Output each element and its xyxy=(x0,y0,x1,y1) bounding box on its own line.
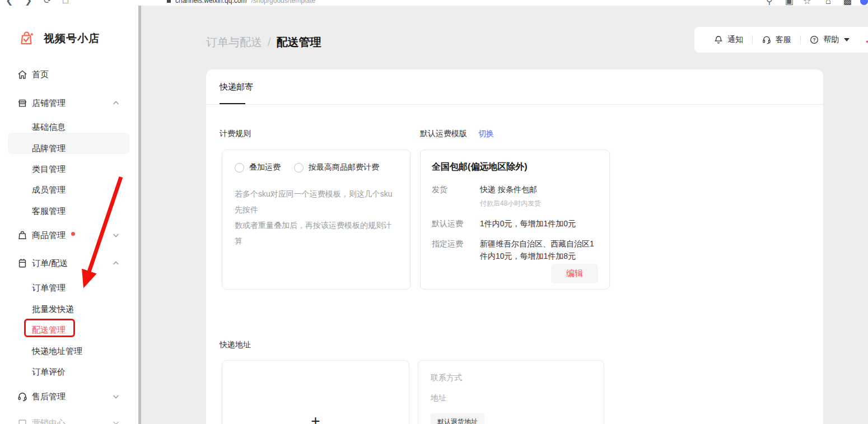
radio-highest-item-shipping[interactable]: 按最高商品邮费计费 xyxy=(294,162,379,173)
sidebar-item-label: 营销中心 xyxy=(32,418,66,424)
sidebar-item-after-sales[interactable]: 售后管理 xyxy=(0,389,138,404)
default-template-label: 默认运费模版切换 xyxy=(420,129,494,139)
sidebar-item-label: 店铺管理 xyxy=(32,98,66,109)
chevron-down-icon xyxy=(112,231,120,239)
sidebar-item-shop-management[interactable]: 店铺管理 xyxy=(0,95,138,111)
radio-circle-icon[interactable] xyxy=(294,163,304,173)
contact-label: 联系方式 xyxy=(431,373,591,383)
sidebar-item-label: 类目管理 xyxy=(32,164,66,175)
browser-profile-avatar[interactable] xyxy=(860,0,868,5)
sidebar-item-express-address-management[interactable]: 快递地址管理 xyxy=(0,343,138,359)
bag-icon xyxy=(17,230,28,241)
address-label: 地址 xyxy=(431,393,591,403)
clipboard-icon xyxy=(17,258,28,269)
help-dropdown-button[interactable]: ? 帮助 xyxy=(800,35,858,45)
header-actions: 通知 客服 ? 帮助 𝒮 xyxy=(694,27,868,53)
sidebar-item-label: 订单管理 xyxy=(32,283,66,293)
browser-extension-icon[interactable]: ▣ xyxy=(785,0,794,6)
breadcrumb: 订单与配送/配送管理 xyxy=(206,35,321,50)
freight-template-card: 全国包邮(偏远地区除外) 发货 快递 按条件包邮 付款后48小时内发货 默认运费… xyxy=(420,150,610,290)
bell-icon xyxy=(713,35,724,45)
headset-icon xyxy=(762,35,772,45)
browser-back-icon[interactable]: ❮ xyxy=(6,0,13,6)
billing-rules-label: 计费规则 xyxy=(220,129,251,139)
edit-button[interactable]: 编辑 xyxy=(551,264,598,283)
sidebar-item-order-review[interactable]: 订单评价 xyxy=(0,364,138,380)
sidebar-item-customer-service-management[interactable]: 客服管理 xyxy=(0,203,138,219)
sidebar-item-marketing-center[interactable]: 营销中心 xyxy=(0,415,138,424)
browser-bookmark-icon[interactable]: □ xyxy=(63,0,68,6)
home-icon xyxy=(17,69,28,80)
content-card: 快递邮寄 计费规则 默认运费模版切换 叠加运费 按最高商品邮费计费 若多个sku… xyxy=(206,69,823,424)
breadcrumb-separator: / xyxy=(268,36,271,48)
question-circle-icon: ? xyxy=(809,35,819,45)
caret-down-icon xyxy=(844,38,850,41)
row-value: 1件内0元，每增加1件加0元 xyxy=(480,217,598,230)
hint-line: 若多个sku对应同一个运费模板，则这几个sku先按件 xyxy=(235,189,393,214)
row-label: 发货 xyxy=(432,183,480,209)
sidebar-item-basic-info[interactable]: 基础信息 xyxy=(0,119,138,135)
add-address-card[interactable]: + xyxy=(222,360,409,424)
shop-logo-text: 视频号小店 xyxy=(44,31,100,46)
sidebar-item-category-management[interactable]: 类目管理 xyxy=(0,161,138,177)
sidebar-item-brand-management[interactable]: 品牌管理 xyxy=(0,141,138,156)
sidebar: 视频号小店 首页 店铺管理 基础信息 品牌管理 类目管理 成员管理 xyxy=(0,6,138,424)
sidebar-item-order-delivery[interactable]: 订单/配送 xyxy=(0,255,138,271)
sidebar-item-label: 配送管理 xyxy=(32,325,66,336)
breadcrumb-parent: 订单与配送 xyxy=(206,36,262,48)
radio-overlay-shipping[interactable]: 叠加运费 xyxy=(235,162,281,173)
row-value: 快递 按条件包邮 付款后48小时内发货 xyxy=(480,183,598,209)
browser-toolbar: ❮ ❯ ⟳ □ channels.weixin.qq.com/shop/good… xyxy=(0,0,868,6)
default-return-address-badge: 默认退货地址 xyxy=(431,413,484,424)
sidebar-item-label: 首页 xyxy=(32,69,49,80)
sidebar-item-order-management[interactable]: 订单管理 xyxy=(0,280,138,296)
megaphone-icon xyxy=(17,417,28,424)
notification-dot xyxy=(71,232,75,236)
radio-label: 叠加运费 xyxy=(249,162,281,173)
plus-icon[interactable]: + xyxy=(222,412,409,424)
sidebar-item-member-management[interactable]: 成员管理 xyxy=(0,182,138,198)
sidebar-item-label: 成员管理 xyxy=(32,185,66,195)
default-template-title: 默认运费模版 xyxy=(420,129,467,138)
page-title: 配送管理 xyxy=(277,36,321,48)
search-icon[interactable]: ⚲ xyxy=(766,0,773,6)
chevron-up-icon xyxy=(112,259,120,267)
browser-home-icon[interactable]: ⌂ xyxy=(825,0,831,6)
sidebar-item-label: 快递地址管理 xyxy=(32,346,82,357)
switch-template-link[interactable]: 切换 xyxy=(478,129,494,138)
site-info-icon[interactable] xyxy=(167,0,171,3)
billing-rules-card: 叠加运费 按最高商品邮费计费 若多个sku对应同一个运费模板，则这几个sku先按… xyxy=(222,150,410,290)
sidebar-item-goods-management[interactable]: 商品管理 xyxy=(0,227,138,243)
account-avatar[interactable]: 𝒮 xyxy=(864,31,868,48)
sidebar-item-home[interactable]: 首页 xyxy=(0,67,138,82)
url-domain: channels.weixin.qq.com xyxy=(175,0,246,4)
radio-label: 按最高商品邮费计费 xyxy=(309,162,379,173)
chevron-down-icon xyxy=(112,393,120,400)
radio-circle-icon[interactable] xyxy=(235,163,244,173)
shop-bag-logo-icon xyxy=(18,30,35,47)
browser-forward-icon[interactable]: ❯ xyxy=(25,0,32,6)
browser-address-bar[interactable]: channels.weixin.qq.com/shop/goods/templa… xyxy=(167,0,315,4)
customer-service-button[interactable]: 客服 xyxy=(753,35,800,45)
template-row-default-freight: 默认运费 1件内0元，每增加1件加0元 xyxy=(432,217,598,230)
shop-logo: 视频号小店 xyxy=(18,30,100,47)
sidebar-item-batch-shipping[interactable]: 批量发快递 xyxy=(0,301,138,317)
browser-menu-icon[interactable]: ▩ xyxy=(843,0,852,6)
address-detail-card: 联系方式 地址 默认退货地址 xyxy=(418,360,604,424)
billing-rules-hint: 若多个sku对应同一个运费模板，则这几个sku先按件 数或者重量叠加后，再按该运… xyxy=(235,186,398,249)
browser-reload-icon[interactable]: ⟳ xyxy=(44,0,51,6)
sidebar-item-delivery-management[interactable]: 配送管理 xyxy=(0,322,138,338)
sidebar-item-label: 基础信息 xyxy=(32,122,66,133)
hint-line: 数或者重量叠加后，再按该运费模板的规则计算 xyxy=(235,221,391,245)
headset-icon xyxy=(17,391,28,402)
row-value-text: 快递 按条件包邮 xyxy=(480,185,537,194)
template-row-specified-freight: 指定运费 新疆维吾尔自治区、西藏自治区1件内10元，每增加1件加8元 xyxy=(432,237,598,262)
bookmark-star-icon[interactable]: ☆ xyxy=(803,0,811,6)
row-label: 默认运费 xyxy=(432,217,480,230)
notifications-label: 通知 xyxy=(727,35,743,45)
store-icon xyxy=(17,97,28,109)
tab-express-shipping[interactable]: 快递邮寄 xyxy=(220,82,253,92)
sidebar-item-label: 商品管理 xyxy=(32,230,66,241)
customer-service-label: 客服 xyxy=(776,35,791,45)
notifications-button[interactable]: 通知 xyxy=(704,35,752,45)
